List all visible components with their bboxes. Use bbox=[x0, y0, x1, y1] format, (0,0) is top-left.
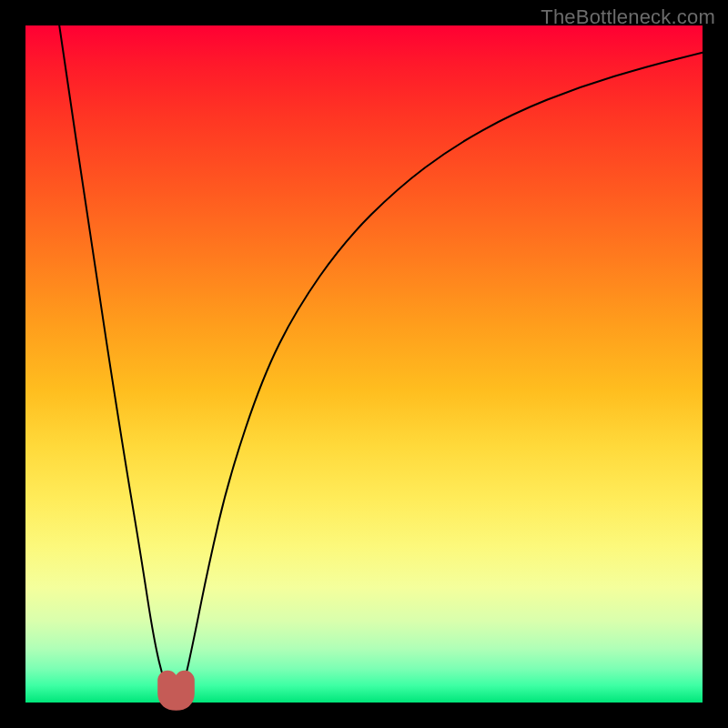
bottleneck-curve bbox=[59, 25, 703, 699]
chart-frame bbox=[25, 25, 703, 703]
chart-svg bbox=[25, 25, 703, 703]
minimum-marker bbox=[167, 681, 185, 701]
